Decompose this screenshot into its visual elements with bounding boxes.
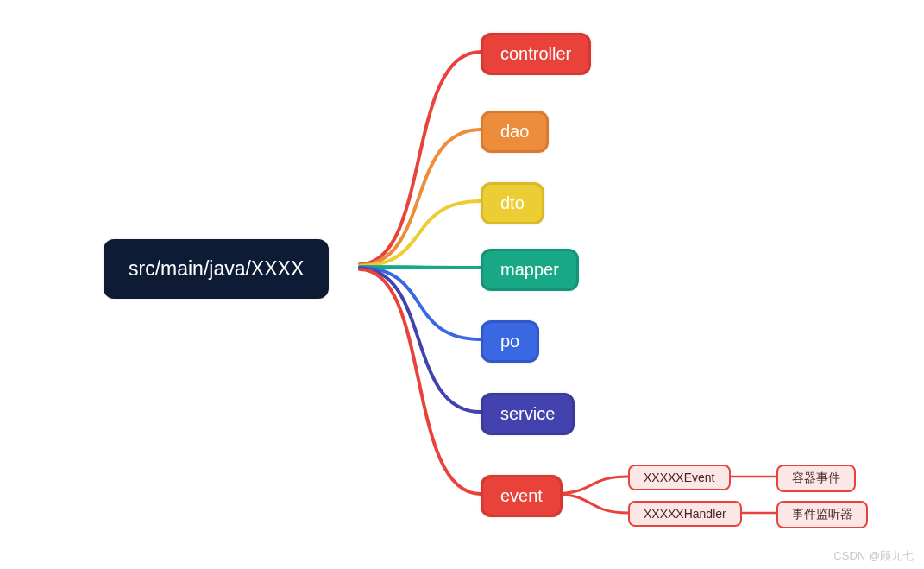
node-dao[interactable]: dao (481, 111, 549, 153)
node-xxxxxevent[interactable]: XXXXXEvent (628, 465, 731, 490)
node-po[interactable]: po (481, 320, 539, 363)
node-service[interactable]: service (481, 393, 575, 435)
root-label: src/main/java/XXXX (129, 257, 304, 281)
root-node[interactable]: src/main/java/XXXX (104, 239, 329, 299)
node-desc-container-event[interactable]: 容器事件 (776, 465, 856, 492)
node-label: mapper (500, 260, 559, 280)
watermark: CSDN @顾九七 (833, 548, 914, 564)
node-label: dao (500, 122, 529, 142)
mindmap-canvas: src/main/java/XXXX controller dao dto ma… (0, 0, 924, 569)
node-label: dto (500, 193, 525, 213)
node-label: po (500, 332, 519, 351)
node-event[interactable]: event (481, 475, 563, 517)
node-dto[interactable]: dto (481, 182, 544, 224)
node-label: controller (500, 44, 571, 64)
node-mapper[interactable]: mapper (481, 249, 579, 291)
node-label: 容器事件 (792, 471, 840, 486)
node-label: 事件监听器 (792, 507, 852, 522)
node-xxxxxhandler[interactable]: XXXXXHandler (628, 501, 742, 527)
node-label: XXXXXHandler (644, 507, 726, 521)
node-label: XXXXXEvent (644, 471, 715, 484)
node-desc-event-listener[interactable]: 事件监听器 (776, 501, 868, 528)
node-label: event (500, 486, 543, 506)
node-label: service (500, 404, 555, 424)
node-controller[interactable]: controller (481, 33, 591, 75)
